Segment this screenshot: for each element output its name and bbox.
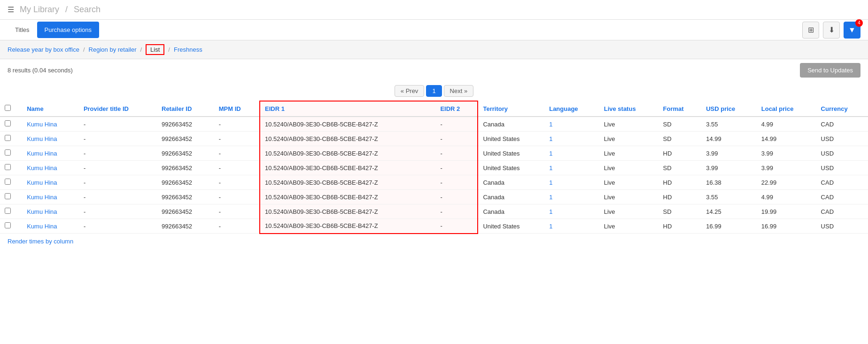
row-eidr1: 10.5240/AB09-3E30-CB6B-5CBE-B427-Z: [260, 219, 435, 234]
select-all-checkbox[interactable]: [5, 105, 11, 111]
row-mpm-id: -: [214, 190, 260, 204]
header-usd-price[interactable]: USD price: [701, 101, 757, 117]
filter-button[interactable]: ▼ 4: [844, 22, 860, 39]
row-checkbox[interactable]: [5, 149, 11, 156]
prev-button[interactable]: « Prev: [395, 85, 425, 97]
row-provider-title-id: -: [79, 117, 157, 132]
row-name: Kumu Hina: [22, 219, 79, 234]
row-eidr2: -: [435, 132, 478, 146]
language-link[interactable]: 1: [549, 150, 552, 157]
tab-titles[interactable]: Titles: [8, 22, 37, 38]
header-retailer-id[interactable]: Retailer ID: [157, 101, 214, 117]
row-checkbox[interactable]: [5, 179, 11, 185]
header-territory[interactable]: Territory: [478, 101, 544, 117]
download-button[interactable]: ⬇: [823, 22, 840, 39]
row-local-price: 3.99: [757, 146, 816, 161]
table-body: Kumu Hina-992663452-10.5240/AB09-3E30-CB…: [0, 117, 868, 234]
render-times-link[interactable]: Render times by column: [8, 238, 73, 245]
header-provider-title-id[interactable]: Provider title ID: [79, 101, 157, 117]
row-eidr1: 10.5240/AB09-3E30-CB6B-5CBE-B427-Z: [260, 161, 435, 175]
breadcrumb-freshness[interactable]: Freshness: [174, 46, 202, 53]
header-format[interactable]: Format: [659, 101, 702, 117]
row-live-status: Live: [599, 146, 659, 161]
name-link[interactable]: Kumu Hina: [27, 194, 57, 201]
send-to-updates-button[interactable]: Send to Updates: [800, 63, 860, 78]
header-local-price[interactable]: Local price: [757, 101, 816, 117]
row-checkbox-cell: [0, 146, 22, 161]
header-language[interactable]: Language: [544, 101, 599, 117]
row-checkbox[interactable]: [5, 164, 11, 170]
title-separator: /: [65, 5, 70, 14]
row-checkbox[interactable]: [5, 208, 11, 214]
row-format: SD: [659, 117, 702, 132]
next-button[interactable]: Next »: [444, 85, 474, 97]
row-currency: USD: [816, 219, 868, 234]
filter-badge: 4: [855, 19, 863, 27]
row-name: Kumu Hina: [22, 117, 79, 132]
name-link[interactable]: Kumu Hina: [27, 121, 57, 128]
row-checkbox[interactable]: [5, 193, 11, 199]
row-local-price: 14.99: [757, 132, 816, 146]
row-local-price: 22.99: [757, 175, 816, 190]
row-live-status: Live: [599, 117, 659, 132]
row-name: Kumu Hina: [22, 161, 79, 175]
tab-purchase-options[interactable]: Purchase options: [37, 22, 99, 38]
header-checkbox[interactable]: [0, 101, 22, 117]
language-link[interactable]: 1: [549, 223, 552, 230]
row-currency: CAD: [816, 190, 868, 204]
library-icon: ☰: [8, 5, 14, 14]
name-link[interactable]: Kumu Hina: [27, 223, 57, 230]
tabs-bar: Titles Purchase options ⊞ ⬇ ▼ 4: [0, 20, 868, 40]
breadcrumb-release-year[interactable]: Release year by box office: [8, 46, 79, 53]
language-link[interactable]: 1: [549, 121, 552, 128]
page-1-button[interactable]: 1: [426, 85, 442, 97]
results-table: Name Provider title ID Retailer ID MPM I…: [0, 101, 868, 234]
name-link[interactable]: Kumu Hina: [27, 164, 57, 172]
breadcrumb-region[interactable]: Region by retailer: [89, 46, 137, 53]
header-eidr1[interactable]: EIDR 1: [260, 101, 435, 117]
row-local-price: 19.99: [757, 204, 816, 219]
row-eidr2: -: [435, 204, 478, 219]
row-provider-title-id: -: [79, 146, 157, 161]
row-format: SD: [659, 132, 702, 146]
breadcrumb-sep-3: /: [168, 46, 170, 53]
header-name[interactable]: Name: [22, 101, 79, 117]
row-eidr2: -: [435, 161, 478, 175]
row-checkbox-cell: [0, 175, 22, 190]
row-checkbox[interactable]: [5, 135, 11, 141]
breadcrumb-sep-2: /: [140, 46, 142, 53]
header-mpm-id[interactable]: MPM ID: [214, 101, 260, 117]
breadcrumb-bar: Release year by box office / Region by r…: [0, 40, 868, 59]
row-checkbox-cell: [0, 161, 22, 175]
page-header: ☰ My Library / Search: [0, 0, 868, 20]
row-checkbox[interactable]: [5, 120, 11, 126]
row-checkbox[interactable]: [5, 222, 11, 228]
language-link[interactable]: 1: [549, 135, 552, 142]
row-usd-price: 16.99: [701, 219, 757, 234]
row-language: 1: [544, 175, 599, 190]
page-title: My Library / Search: [18, 5, 102, 15]
grid-view-button[interactable]: ⊞: [802, 22, 819, 39]
language-link[interactable]: 1: [549, 208, 552, 215]
row-eidr2: -: [435, 117, 478, 132]
toolbar-right: ⊞ ⬇ ▼ 4: [802, 22, 860, 39]
row-local-price: 3.99: [757, 161, 816, 175]
language-link[interactable]: 1: [549, 164, 552, 172]
header-currency[interactable]: Currency: [816, 101, 868, 117]
language-link[interactable]: 1: [549, 194, 552, 201]
language-link[interactable]: 1: [549, 179, 552, 186]
header-eidr2[interactable]: EIDR 2: [435, 101, 478, 117]
grid-icon: ⊞: [808, 25, 814, 34]
header-live-status[interactable]: Live status: [599, 101, 659, 117]
row-live-status: Live: [599, 161, 659, 175]
row-territory: United States: [478, 132, 544, 146]
name-link[interactable]: Kumu Hina: [27, 150, 57, 157]
name-link[interactable]: Kumu Hina: [27, 135, 57, 142]
table-header-row: Name Provider title ID Retailer ID MPM I…: [0, 101, 868, 117]
breadcrumb-list[interactable]: List: [146, 44, 164, 55]
name-link[interactable]: Kumu Hina: [27, 208, 57, 215]
row-local-price: 16.99: [757, 219, 816, 234]
name-link[interactable]: Kumu Hina: [27, 179, 57, 186]
row-mpm-id: -: [214, 175, 260, 190]
row-eidr1: 10.5240/AB09-3E30-CB6B-5CBE-B427-Z: [260, 146, 435, 161]
